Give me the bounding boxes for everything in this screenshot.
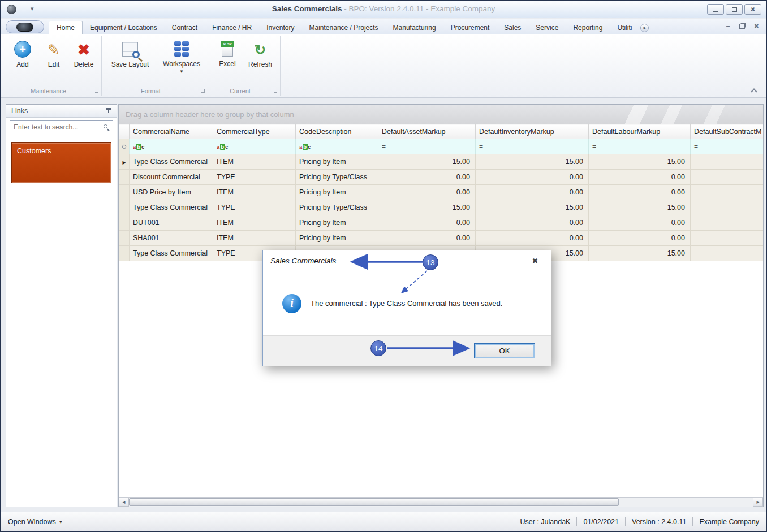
cell-defaultsubcontractmarkup[interactable] [691, 215, 764, 231]
cell-commercialtype[interactable]: ITEM [213, 154, 296, 170]
column-header-codedescription[interactable]: CodeDescription [296, 124, 378, 139]
scrollbar-track[interactable] [619, 498, 753, 507]
cell-defaultsubcontractmarkup[interactable] [691, 231, 764, 246]
tab-maintenance-projects[interactable]: Maintenance / Projects [302, 21, 386, 34]
cell-defaultsubcontractmarkup[interactable] [691, 154, 764, 170]
cell-commercialname[interactable]: Type Class Commercial [130, 200, 213, 215]
cell-defaultinventorymarkup[interactable]: 15.00 [476, 154, 589, 170]
group-dialog-launcher-icon[interactable] [274, 89, 277, 93]
cell-codedescription[interactable]: Pricing by Item [296, 154, 378, 170]
cell-commercialname[interactable]: Type Class Commercial [130, 246, 213, 261]
tab-home[interactable]: Home [49, 21, 83, 34]
open-windows-button[interactable]: Open Windows ▾ [8, 518, 62, 526]
save-layout-button[interactable]: Save Layout [107, 40, 153, 68]
cell-defaultlabourmarkup[interactable]: 0.00 [589, 170, 691, 185]
cell-defaultinventorymarkup[interactable]: 15.00 [476, 200, 589, 215]
table-row[interactable]: SHA001 ITEM Pricing by Item 0.00 0.00 0.… [119, 231, 764, 246]
sidebar-tile-customers[interactable]: Customers [11, 142, 111, 183]
cell-defaultsubcontractmarkup[interactable] [691, 246, 764, 261]
tab-utilities[interactable]: Utiliti [610, 21, 639, 34]
cell-defaultassetmarkup[interactable]: 0.00 [378, 185, 476, 200]
cell-commercialname[interactable]: DUT001 [130, 215, 213, 231]
cell-defaultlabourmarkup[interactable]: 15.00 [589, 154, 691, 170]
cell-defaultinventorymarkup[interactable]: 0.00 [476, 231, 589, 246]
cell-codedescription[interactable]: Pricing by Item [296, 215, 378, 231]
search-input[interactable] [10, 123, 103, 131]
cell-defaultlabourmarkup[interactable]: 0.00 [589, 185, 691, 200]
tab-finance-hr[interactable]: Finance / HR [205, 21, 259, 34]
cell-commercialtype[interactable]: ITEM [213, 231, 296, 246]
minimize-button[interactable] [707, 4, 724, 15]
cell-defaultinventorymarkup[interactable]: 0.00 [476, 215, 589, 231]
group-by-bar[interactable]: Drag a column header here to group by th… [119, 105, 763, 124]
tab-reporting[interactable]: Reporting [566, 21, 610, 34]
cell-defaultlabourmarkup[interactable]: 0.00 [589, 215, 691, 231]
tab-manufacturing[interactable]: Manufacturing [386, 21, 443, 34]
refresh-button[interactable]: ↻ Refresh [244, 40, 276, 68]
edit-button[interactable]: ✎ Edit [40, 40, 68, 68]
cell-codedescription[interactable]: Pricing by Type/Class [296, 200, 378, 215]
group-dialog-launcher-icon[interactable] [201, 89, 205, 93]
scroll-right-icon[interactable]: ► [753, 498, 763, 507]
close-button[interactable]: ✖ [744, 4, 761, 15]
column-header-defaultinventorymarkup[interactable]: DefaultInventoryMarkup [476, 124, 589, 139]
cell-commercialtype[interactable]: ITEM [213, 215, 296, 231]
cell-defaultlabourmarkup[interactable]: 0.00 [589, 231, 691, 246]
group-dialog-launcher-icon[interactable] [95, 89, 98, 93]
tab-service[interactable]: Service [528, 21, 566, 34]
horizontal-scrollbar[interactable]: ◄ ► [119, 497, 763, 507]
column-header-commercialname[interactable]: CommercialName [130, 124, 213, 139]
tab-equipment-locations[interactable]: Equipment / Locations [83, 21, 165, 34]
cell-defaultsubcontractmarkup[interactable] [691, 200, 764, 215]
cell-defaultassetmarkup[interactable]: 15.00 [378, 154, 476, 170]
column-header-defaultlabourmarkup[interactable]: DefaultLabourMarkup [589, 124, 691, 139]
workspaces-dropdown-icon[interactable]: ▾ [160, 68, 204, 74]
search-icon[interactable] [103, 124, 110, 131]
filter-cell-defaultsubcontractmarkup[interactable]: = [691, 139, 764, 154]
cell-defaultinventorymarkup[interactable]: 0.00 [476, 185, 589, 200]
cell-commercialname[interactable]: SHA001 [130, 231, 213, 246]
filter-cell-defaultlabourmarkup[interactable]: = [589, 139, 691, 154]
filter-cell-commercialtype[interactable]: abc [213, 139, 296, 154]
cell-defaultlabourmarkup[interactable]: 15.00 [589, 200, 691, 215]
filter-cell-commercialname[interactable]: abc [130, 139, 213, 154]
ok-button[interactable]: OK [474, 343, 535, 358]
workspaces-button[interactable]: Workspaces ▾ [160, 40, 204, 74]
cell-codedescription[interactable]: Pricing by Item [296, 231, 378, 246]
cell-commercialtype[interactable]: ITEM [213, 185, 296, 200]
tab-procurement[interactable]: Procurement [443, 21, 497, 34]
filter-cell-defaultassetmarkup[interactable]: = [378, 139, 476, 154]
tab-inventory[interactable]: Inventory [259, 21, 301, 34]
cell-commercialname[interactable]: USD Price by Item [130, 185, 213, 200]
cell-codedescription[interactable]: Pricing by Item [296, 185, 378, 200]
scroll-left-icon[interactable]: ◄ [119, 498, 129, 507]
ribbon-minimize-icon[interactable]: − [726, 22, 730, 31]
cell-defaultsubcontractmarkup[interactable] [691, 185, 764, 200]
cell-defaultsubcontractmarkup[interactable] [691, 170, 764, 185]
delete-button[interactable]: ✖ Delete [69, 40, 98, 68]
cell-commercialtype[interactable]: TYPE [213, 170, 296, 185]
cell-defaultlabourmarkup[interactable]: 15.00 [589, 246, 691, 261]
scrollbar-thumb[interactable] [129, 498, 619, 506]
tab-scroll-right-icon[interactable]: ► [640, 24, 649, 32]
ribbon-restore-icon[interactable] [739, 24, 745, 29]
column-header-commercialtype[interactable]: CommercialType [213, 124, 296, 139]
cell-commercialname[interactable]: Type Class Commercial [130, 154, 213, 170]
table-row[interactable]: Type Class Commercial TYPE Pricing by Ty… [119, 200, 764, 215]
column-header-defaultassetmarkup[interactable]: DefaultAssetMarkup [378, 124, 476, 139]
ribbon-close-icon[interactable]: ✖ [754, 23, 759, 30]
column-header-defaultsubcontractmarkup[interactable]: DefaultSubContractM [691, 124, 764, 139]
dialog-close-icon[interactable]: ✖ [527, 254, 544, 268]
cell-defaultassetmarkup[interactable]: 0.00 [378, 170, 476, 185]
cell-defaultassetmarkup[interactable]: 0.00 [378, 215, 476, 231]
filter-cell-codedescription[interactable]: abc [296, 139, 378, 154]
maximize-button[interactable] [726, 4, 743, 15]
table-row[interactable]: Discount Commercial TYPE Pricing by Type… [119, 170, 764, 185]
cell-codedescription[interactable]: Pricing by Type/Class [296, 170, 378, 185]
table-row[interactable]: ▶ Type Class Commercial ITEM Pricing by … [119, 154, 764, 170]
cell-commercialname[interactable]: Discount Commercial [130, 170, 213, 185]
cell-defaultinventorymarkup[interactable]: 0.00 [476, 170, 589, 185]
tab-contract[interactable]: Contract [165, 21, 205, 34]
cell-commercialtype[interactable]: TYPE [213, 200, 296, 215]
add-button[interactable]: + Add [8, 40, 37, 68]
